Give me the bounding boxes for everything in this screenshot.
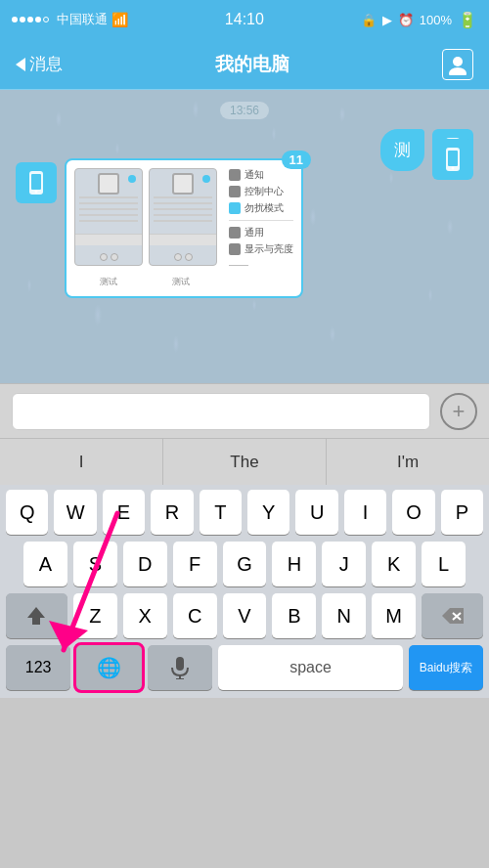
key-c[interactable]: C	[173, 593, 217, 638]
menu-item-6: ——	[229, 259, 293, 270]
mic-key[interactable]	[148, 645, 212, 690]
menu-icon-4	[229, 227, 241, 239]
outgoing-avatar-2	[432, 139, 473, 180]
key-r[interactable]: R	[151, 490, 193, 535]
key-f[interactable]: F	[173, 542, 217, 586]
key-v[interactable]: V	[223, 593, 267, 638]
key-n[interactable]: N	[322, 593, 366, 638]
autocomplete-bar: I The I'm	[0, 438, 489, 485]
screenshot-inner: 通知 控制中心 勿扰模式 通用	[74, 168, 293, 270]
key-j[interactable]: J	[322, 542, 366, 586]
key-t[interactable]: T	[200, 490, 242, 535]
signal-dot-2	[20, 17, 25, 22]
screenshot-bubble[interactable]: 11	[65, 158, 303, 298]
svg-point-7	[452, 167, 455, 170]
menu-item-2: 控制中心	[229, 185, 293, 198]
menu-icon-2	[229, 186, 241, 197]
nav-back-button[interactable]: 消息	[16, 53, 63, 75]
lock-icon: 🔒	[361, 13, 377, 27]
thumb-dot-1	[128, 175, 136, 183]
back-chevron-icon	[16, 58, 25, 71]
chat-timestamp: 13:56	[220, 102, 269, 119]
message-input[interactable]	[12, 393, 430, 430]
chat-area: 13:56 测	[0, 90, 489, 383]
key-q[interactable]: Q	[6, 490, 48, 535]
battery-label: 100%	[420, 13, 452, 27]
autocomplete-item-3[interactable]: I'm	[327, 439, 489, 485]
svg-rect-6	[448, 151, 458, 166]
phone-icon-left	[22, 169, 50, 196]
menu-label-2: 控制中心	[244, 185, 284, 198]
key-y[interactable]: Y	[247, 490, 289, 535]
add-media-button[interactable]: +	[440, 393, 477, 430]
microphone-icon	[171, 656, 189, 679]
incoming-avatar	[16, 162, 57, 203]
nav-bar: 消息 我的电脑	[0, 39, 489, 90]
bubble-badge: 11	[282, 151, 311, 169]
screenshot-thumbnails	[74, 168, 217, 270]
menu-label-5: 显示与亮度	[244, 242, 293, 256]
svg-rect-14	[176, 657, 184, 671]
numbers-key[interactable]: 123	[6, 645, 70, 690]
input-bar: +	[0, 383, 489, 438]
signal-dots	[12, 17, 49, 22]
nav-back-label: 消息	[29, 53, 63, 75]
add-icon: +	[453, 399, 466, 424]
menu-label-4: 通用	[244, 226, 264, 239]
delete-key[interactable]	[422, 593, 483, 638]
keyboard: Q W E R T Y U I O P A S D F G H J K L Z …	[0, 485, 489, 698]
svg-point-1	[449, 67, 467, 75]
nav-title: 我的电脑	[215, 52, 289, 77]
menu-item-3: 勿扰模式	[229, 201, 293, 215]
screenshot-thumb-2	[149, 168, 217, 266]
key-d[interactable]: D	[123, 542, 167, 586]
key-w[interactable]: W	[54, 490, 96, 535]
globe-key[interactable]: 🌐	[76, 645, 141, 690]
screenshot-thumb-1	[74, 168, 143, 266]
key-u[interactable]: U	[295, 490, 337, 535]
autocomplete-item-1[interactable]: I	[0, 439, 163, 485]
globe-icon: 🌐	[97, 656, 121, 679]
shift-key[interactable]	[6, 593, 67, 638]
wifi-icon: 📶	[111, 12, 128, 27]
key-l[interactable]: L	[422, 542, 466, 586]
alarm-icon: ⏰	[398, 13, 414, 27]
key-z[interactable]: Z	[73, 593, 117, 638]
thumb-label-1: 测试	[74, 276, 143, 288]
autocomplete-item-2[interactable]: The	[163, 439, 327, 485]
baidu-label: Baidu搜索	[420, 660, 473, 676]
baidu-search-key[interactable]: Baidu搜索	[409, 645, 483, 690]
status-left: 中国联通 📶	[12, 11, 128, 28]
key-p[interactable]: P	[441, 490, 483, 535]
incoming-message: 11	[16, 158, 303, 298]
key-o[interactable]: O	[392, 490, 434, 535]
key-x[interactable]: X	[123, 593, 167, 638]
key-m[interactable]: M	[372, 593, 416, 638]
screenshot-menu: 通知 控制中心 勿扰模式 通用	[225, 168, 293, 270]
svg-rect-9	[31, 174, 41, 190]
nav-avatar[interactable]	[442, 49, 473, 80]
svg-point-0	[453, 57, 463, 66]
signal-dot-5	[43, 17, 49, 22]
carrier-label: 中国联通	[57, 11, 108, 28]
svg-marker-11	[27, 607, 45, 625]
key-i[interactable]: I	[344, 490, 386, 535]
key-a[interactable]: A	[23, 542, 67, 586]
signal-dot-4	[35, 17, 41, 22]
svg-point-10	[35, 191, 38, 194]
key-g[interactable]: G	[223, 542, 267, 586]
status-bar: 中国联通 📶 14:10 🔒 ▶ ⏰ 100% 🔋	[0, 0, 489, 39]
key-e[interactable]: E	[103, 490, 145, 535]
space-label: space	[289, 659, 332, 676]
thumb-labels: 测试 测试	[74, 276, 293, 288]
key-s[interactable]: S	[73, 542, 117, 586]
menu-icon-5	[229, 243, 241, 255]
space-key[interactable]: space	[218, 645, 403, 690]
menu-item-4: 通用	[229, 226, 293, 239]
key-h[interactable]: H	[272, 542, 316, 586]
key-b[interactable]: B	[272, 593, 316, 638]
delete-icon	[441, 607, 465, 625]
key-k[interactable]: K	[372, 542, 416, 586]
signal-dot-1	[12, 17, 18, 22]
menu-label-3: 勿扰模式	[244, 201, 284, 215]
